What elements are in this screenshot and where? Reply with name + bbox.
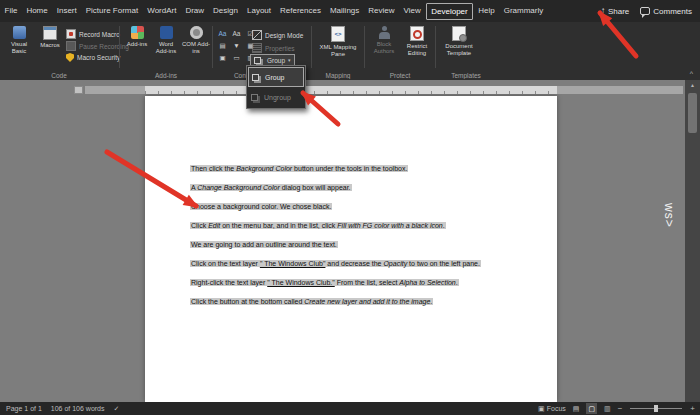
tab-review[interactable]: Review [364, 1, 399, 21]
document-line[interactable]: Then click the Background Color button u… [190, 164, 549, 173]
status-bar: Page 1 of 1 106 of 106 words ✓ ▣ Focus ▤… [0, 402, 700, 415]
tab-design[interactable]: Design [209, 1, 243, 21]
text-segment: . [443, 222, 445, 229]
share-button[interactable]: ↑ Share [601, 7, 629, 16]
document-line[interactable]: Choose a background color. We chose blac… [190, 202, 549, 211]
proofing-icon[interactable]: ✓ [114, 405, 120, 413]
tab-home[interactable]: Home [22, 1, 52, 21]
macro-security-button[interactable]: Macro Security [66, 53, 120, 62]
comments-button[interactable]: Comments [640, 7, 692, 16]
text-segment: dialog box will appear. [280, 184, 351, 191]
page-indicator[interactable]: Page 1 of 1 [6, 405, 42, 412]
text-segment: Edit [208, 222, 220, 229]
focus-button[interactable]: ▣ Focus [538, 405, 566, 413]
xml-mapping-label: XML Mapping Pane [318, 44, 358, 57]
document-line[interactable]: Click the button at the bottom called Cr… [190, 297, 549, 306]
scroll-up-icon[interactable]: ▲ [685, 80, 700, 91]
read-mode-button[interactable]: ▤ [571, 403, 582, 414]
statusbar-left: Page 1 of 1 106 of 106 words ✓ [0, 405, 119, 413]
scrollbar-thumb[interactable] [688, 93, 697, 133]
add-ins-button[interactable]: Add-ins [124, 26, 150, 48]
word-count[interactable]: 106 of 106 words [51, 405, 105, 412]
group-label-mapping: Mapping [311, 72, 365, 79]
pause-recording-icon [66, 41, 76, 51]
macro-security-label: Macro Security [77, 54, 120, 61]
text-segment: Click on the text layer [191, 260, 260, 267]
tab-mailings[interactable]: Mailings [325, 1, 363, 21]
tab-picture-format[interactable]: Picture Format [81, 1, 142, 21]
record-macro-icon [66, 29, 76, 39]
document-line[interactable]: We are going to add an outline around th… [190, 240, 549, 249]
document-line[interactable]: A Change Background Color dialog box wil… [190, 183, 549, 192]
tab-insert[interactable]: Insert [52, 1, 81, 21]
visual-basic-button[interactable]: Visual Basic [4, 26, 34, 54]
tab-wordart[interactable]: WordArt [143, 1, 181, 21]
share-label: Share [608, 7, 629, 16]
xml-mapping-pane-button[interactable]: <> XML Mapping Pane [318, 26, 358, 57]
zoom-slider[interactable] [630, 408, 682, 409]
document-lines: Then click the Background Color button u… [190, 164, 549, 316]
document-line[interactable]: Click Edit on the menu bar, and in the l… [190, 221, 549, 230]
tab-help[interactable]: Help [474, 1, 499, 21]
text-segment: Opacity [383, 260, 407, 267]
share-icon: ↑ [601, 7, 605, 15]
horizontal-ruler[interactable] [85, 86, 683, 94]
design-mode-icon [252, 30, 262, 40]
zoom-slider-thumb[interactable] [654, 405, 658, 412]
document-line[interactable]: Right-click the text layer " The Windows… [190, 278, 549, 287]
block-authors-button[interactable]: Block Authors [369, 26, 399, 54]
repeating-section-control-button[interactable]: ▭ [230, 52, 243, 63]
properties-icon [252, 43, 262, 53]
document-template-icon [452, 26, 466, 41]
document-template-button[interactable]: Document Template [440, 26, 478, 56]
macros-label: Macros [40, 42, 60, 49]
group-label-addins: Add-ins [119, 72, 213, 79]
picture-control-button[interactable]: ▤ [216, 40, 229, 51]
tab-draw[interactable]: Draw [181, 1, 209, 21]
restrict-editing-label: Restrict Editing [401, 43, 433, 56]
document-line[interactable]: Click on the text layer " The Windows Cl… [190, 259, 549, 268]
combo-box-control-button[interactable]: ▼ [230, 40, 243, 51]
text-segment: . [430, 298, 432, 305]
properties-button[interactable]: Properties [252, 43, 295, 53]
group-label-protect: Protect [364, 72, 436, 79]
menu-item-ungroup[interactable]: Ungroup [248, 87, 304, 107]
tab-view[interactable]: View [399, 1, 425, 21]
focus-label: Focus [547, 405, 566, 412]
add-ins-label: Add-ins [127, 41, 147, 48]
collapse-ribbon-button[interactable]: ^ [690, 70, 693, 78]
zoom-out-button[interactable]: − [618, 403, 623, 414]
menu-item-group-label: Group [265, 74, 284, 81]
tab-layout[interactable]: Layout [243, 1, 276, 21]
comment-icon [640, 7, 650, 15]
record-macro-button[interactable]: Record Macro [66, 29, 120, 39]
menu-item-group[interactable]: Group [248, 67, 304, 87]
print-layout-button[interactable]: ▢ [586, 403, 597, 414]
tab-developer[interactable]: Developer [426, 3, 472, 20]
text-segment: Fill with FG color with a black icon [337, 222, 442, 229]
group-label-templates: Templates [435, 72, 497, 79]
web-layout-button[interactable]: ▥ [602, 403, 613, 414]
zoom-in-button[interactable]: + [690, 403, 695, 414]
page[interactable]: Then click the Background Color button u… [145, 96, 557, 402]
com-add-ins-button[interactable]: COM Add-ins [182, 26, 210, 54]
xml-mapping-icon: <> [331, 26, 345, 42]
text-segment: Create new layer and add it to the image [304, 298, 430, 305]
text-segment: Choose a background color. We chose blac… [191, 203, 331, 210]
design-mode-button[interactable]: Design Mode [252, 30, 303, 40]
tab-selector[interactable] [74, 86, 83, 94]
text-segment: We are going to add an outline around th… [191, 241, 337, 248]
document-template-label: Document Template [440, 43, 478, 56]
tab-file[interactable]: File [0, 1, 22, 21]
word-add-ins-button[interactable]: Word Add-ins [152, 26, 180, 54]
date-picker-control-button[interactable]: ▣ [216, 52, 229, 63]
plain-text-control-button[interactable]: Aa [230, 28, 243, 39]
group-button-label: Group [267, 57, 285, 64]
restrict-editing-button[interactable]: Restrict Editing [401, 26, 433, 56]
tab-grammarly[interactable]: Grammarly [499, 1, 548, 21]
tab-references[interactable]: References [276, 1, 326, 21]
vertical-scrollbar[interactable]: ▲ [685, 80, 700, 402]
rich-text-control-button[interactable]: Aa [216, 28, 229, 39]
macros-button[interactable]: Macros [36, 26, 64, 49]
watermark-text: ws> [662, 203, 676, 228]
